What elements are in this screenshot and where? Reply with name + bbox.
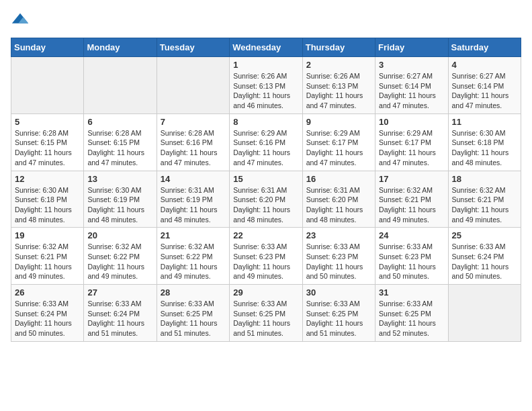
day-number: 10 — [379, 117, 444, 127]
calendar-cell: 25Sunrise: 6:33 AMSunset: 6:24 PMDayligh… — [448, 228, 521, 285]
day-info: Sunrise: 6:31 AMSunset: 6:20 PMDaylight:… — [306, 185, 371, 225]
weekday-header: Sunday — [11, 38, 84, 57]
day-number: 12 — [15, 174, 80, 184]
weekday-header: Wednesday — [230, 38, 302, 57]
day-number: 29 — [233, 287, 298, 298]
day-info: Sunrise: 6:33 AMSunset: 6:25 PMDaylight:… — [306, 299, 371, 338]
calendar-cell — [157, 57, 229, 114]
day-number: 25 — [452, 230, 517, 240]
day-info: Sunrise: 6:33 AMSunset: 6:24 PMDaylight:… — [87, 299, 152, 338]
day-number: 8 — [233, 117, 298, 127]
calendar-cell: 31Sunrise: 6:33 AMSunset: 6:25 PMDayligh… — [375, 285, 448, 342]
calendar-cell: 17Sunrise: 6:32 AMSunset: 6:21 PMDayligh… — [375, 171, 448, 228]
calendar-cell: 1Sunrise: 6:26 AMSunset: 6:13 PMDaylight… — [230, 57, 302, 114]
calendar-cell: 14Sunrise: 6:31 AMSunset: 6:19 PMDayligh… — [157, 171, 229, 228]
day-number: 15 — [233, 174, 298, 184]
calendar-cell: 7Sunrise: 6:28 AMSunset: 6:16 PMDaylight… — [157, 113, 229, 171]
day-number: 24 — [379, 230, 444, 240]
day-info: Sunrise: 6:30 AMSunset: 6:19 PMDaylight:… — [87, 185, 152, 225]
day-number: 31 — [379, 287, 444, 298]
calendar-cell: 8Sunrise: 6:29 AMSunset: 6:16 PMDaylight… — [230, 113, 302, 171]
calendar-cell: 24Sunrise: 6:33 AMSunset: 6:23 PMDayligh… — [375, 228, 448, 285]
day-number: 18 — [452, 174, 517, 184]
day-number: 28 — [161, 287, 226, 298]
calendar-cell: 11Sunrise: 6:30 AMSunset: 6:18 PMDayligh… — [448, 113, 521, 171]
weekday-header: Saturday — [448, 38, 521, 57]
weekday-header: Monday — [84, 38, 157, 57]
calendar-cell: 19Sunrise: 6:32 AMSunset: 6:21 PMDayligh… — [11, 228, 84, 285]
calendar-cell: 22Sunrise: 6:33 AMSunset: 6:23 PMDayligh… — [230, 228, 302, 285]
day-info: Sunrise: 6:33 AMSunset: 6:25 PMDaylight:… — [161, 299, 226, 338]
logo-icon — [11, 11, 30, 30]
page-header — [11, 11, 521, 30]
day-info: Sunrise: 6:32 AMSunset: 6:21 PMDaylight:… — [15, 242, 80, 281]
calendar-cell: 30Sunrise: 6:33 AMSunset: 6:25 PMDayligh… — [302, 285, 375, 342]
day-number: 7 — [161, 117, 226, 127]
calendar-cell: 13Sunrise: 6:30 AMSunset: 6:19 PMDayligh… — [84, 171, 157, 228]
calendar-cell: 4Sunrise: 6:27 AMSunset: 6:14 PMDaylight… — [448, 57, 521, 114]
day-number: 21 — [161, 230, 226, 240]
day-number: 20 — [87, 230, 152, 240]
day-info: Sunrise: 6:31 AMSunset: 6:20 PMDaylight:… — [233, 185, 298, 225]
calendar-week-row: 1Sunrise: 6:26 AMSunset: 6:13 PMDaylight… — [11, 57, 521, 114]
day-number: 5 — [15, 117, 80, 127]
day-number: 14 — [161, 174, 226, 184]
day-info: Sunrise: 6:33 AMSunset: 6:23 PMDaylight:… — [379, 242, 444, 281]
calendar-cell: 3Sunrise: 6:27 AMSunset: 6:14 PMDaylight… — [375, 57, 448, 114]
calendar-cell: 12Sunrise: 6:30 AMSunset: 6:18 PMDayligh… — [11, 171, 84, 228]
weekday-header: Tuesday — [157, 38, 229, 57]
day-info: Sunrise: 6:33 AMSunset: 6:25 PMDaylight:… — [379, 299, 444, 338]
calendar-cell: 21Sunrise: 6:32 AMSunset: 6:22 PMDayligh… — [157, 228, 229, 285]
day-number: 27 — [87, 287, 152, 298]
day-info: Sunrise: 6:28 AMSunset: 6:15 PMDaylight:… — [15, 128, 80, 168]
day-info: Sunrise: 6:32 AMSunset: 6:22 PMDaylight:… — [87, 242, 152, 281]
calendar-week-row: 5Sunrise: 6:28 AMSunset: 6:15 PMDaylight… — [11, 113, 521, 171]
day-number: 17 — [379, 174, 444, 184]
calendar-cell: 28Sunrise: 6:33 AMSunset: 6:25 PMDayligh… — [157, 285, 229, 342]
calendar-cell — [11, 57, 84, 114]
day-number: 6 — [87, 117, 152, 127]
day-info: Sunrise: 6:30 AMSunset: 6:18 PMDaylight:… — [15, 185, 80, 225]
calendar-cell: 2Sunrise: 6:26 AMSunset: 6:13 PMDaylight… — [302, 57, 375, 114]
day-info: Sunrise: 6:26 AMSunset: 6:13 PMDaylight:… — [306, 71, 371, 111]
day-number: 22 — [233, 230, 298, 240]
day-number: 3 — [379, 60, 444, 70]
calendar-cell: 15Sunrise: 6:31 AMSunset: 6:20 PMDayligh… — [230, 171, 302, 228]
calendar-cell: 18Sunrise: 6:32 AMSunset: 6:21 PMDayligh… — [448, 171, 521, 228]
day-info: Sunrise: 6:32 AMSunset: 6:21 PMDaylight:… — [379, 185, 444, 225]
calendar-cell: 27Sunrise: 6:33 AMSunset: 6:24 PMDayligh… — [84, 285, 157, 342]
day-info: Sunrise: 6:29 AMSunset: 6:16 PMDaylight:… — [233, 128, 298, 168]
calendar-cell: 6Sunrise: 6:28 AMSunset: 6:15 PMDaylight… — [84, 113, 157, 171]
day-info: Sunrise: 6:33 AMSunset: 6:23 PMDaylight:… — [233, 242, 298, 281]
weekday-header: Thursday — [302, 38, 375, 57]
day-number: 13 — [87, 174, 152, 184]
day-info: Sunrise: 6:30 AMSunset: 6:18 PMDaylight:… — [452, 128, 517, 168]
day-number: 26 — [15, 287, 80, 298]
day-info: Sunrise: 6:29 AMSunset: 6:17 PMDaylight:… — [379, 128, 444, 168]
calendar-cell — [84, 57, 157, 114]
calendar-cell — [448, 285, 521, 342]
day-info: Sunrise: 6:33 AMSunset: 6:24 PMDaylight:… — [452, 242, 517, 281]
day-info: Sunrise: 6:33 AMSunset: 6:24 PMDaylight:… — [15, 299, 80, 338]
day-info: Sunrise: 6:28 AMSunset: 6:16 PMDaylight:… — [161, 128, 226, 168]
calendar-cell: 23Sunrise: 6:33 AMSunset: 6:23 PMDayligh… — [302, 228, 375, 285]
calendar-week-row: 19Sunrise: 6:32 AMSunset: 6:21 PMDayligh… — [11, 228, 521, 285]
day-number: 19 — [15, 230, 80, 240]
calendar-cell: 10Sunrise: 6:29 AMSunset: 6:17 PMDayligh… — [375, 113, 448, 171]
calendar-cell: 20Sunrise: 6:32 AMSunset: 6:22 PMDayligh… — [84, 228, 157, 285]
calendar-cell: 9Sunrise: 6:29 AMSunset: 6:17 PMDaylight… — [302, 113, 375, 171]
day-number: 4 — [452, 60, 517, 70]
day-number: 9 — [306, 117, 371, 127]
calendar-cell: 16Sunrise: 6:31 AMSunset: 6:20 PMDayligh… — [302, 171, 375, 228]
day-info: Sunrise: 6:31 AMSunset: 6:19 PMDaylight:… — [161, 185, 226, 225]
day-info: Sunrise: 6:26 AMSunset: 6:13 PMDaylight:… — [233, 71, 298, 111]
day-number: 1 — [233, 60, 298, 70]
day-info: Sunrise: 6:27 AMSunset: 6:14 PMDaylight:… — [379, 71, 444, 111]
calendar-cell: 26Sunrise: 6:33 AMSunset: 6:24 PMDayligh… — [11, 285, 84, 342]
day-info: Sunrise: 6:32 AMSunset: 6:21 PMDaylight:… — [452, 185, 517, 225]
day-info: Sunrise: 6:28 AMSunset: 6:15 PMDaylight:… — [87, 128, 152, 168]
logo — [11, 11, 32, 30]
day-info: Sunrise: 6:29 AMSunset: 6:17 PMDaylight:… — [306, 128, 371, 168]
day-info: Sunrise: 6:33 AMSunset: 6:23 PMDaylight:… — [306, 242, 371, 281]
day-info: Sunrise: 6:33 AMSunset: 6:25 PMDaylight:… — [233, 299, 298, 338]
